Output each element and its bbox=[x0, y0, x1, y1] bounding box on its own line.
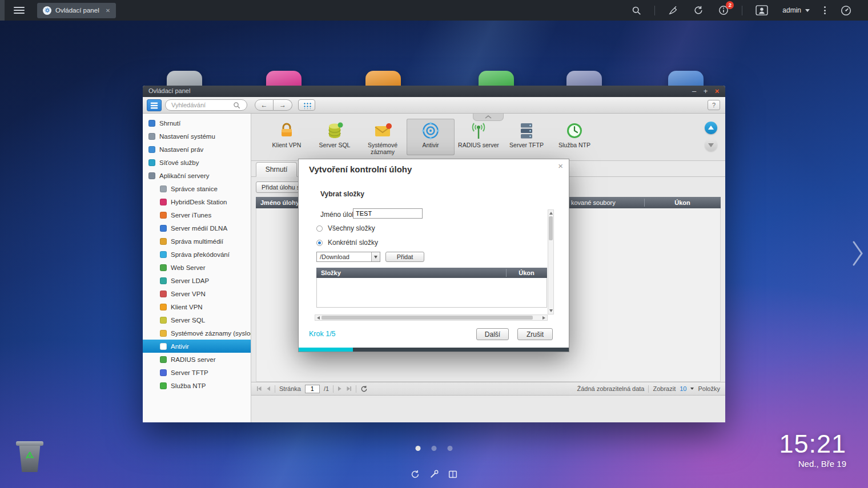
app-shortcut-server-tftp[interactable]: Server TFTP bbox=[503, 119, 550, 155]
next-desktop-chevron[interactable] bbox=[851, 239, 865, 271]
desktop-page-dot[interactable] bbox=[416, 446, 421, 451]
main-menu-button[interactable] bbox=[14, 7, 25, 14]
sidebar-item-spr-va-p-ek-dov-n[interactable]: Správa překódování bbox=[143, 248, 251, 261]
pagination-bar: Stránka /1 Žádná zobrazitelná data Zobra… bbox=[251, 382, 725, 396]
sidebar-item-label: Web Server bbox=[171, 264, 206, 271]
app-shortcut-slu-ba-ntp[interactable]: Služba NTP bbox=[550, 119, 598, 155]
sidebar-item-server-ldap[interactable]: Server LDAP bbox=[143, 274, 251, 287]
strip-scroll-down-button[interactable] bbox=[705, 139, 717, 151]
forward-button[interactable]: → bbox=[274, 99, 292, 111]
window-titlebar[interactable]: Ovládací panel – + × bbox=[143, 86, 725, 97]
recycle-bin[interactable] bbox=[14, 438, 47, 476]
sidebar-item-server-m-di-dlna[interactable]: Server médií DLNA bbox=[143, 221, 251, 235]
strip-scroll-up-button[interactable] bbox=[705, 122, 717, 134]
chevron-down-icon[interactable] bbox=[690, 388, 694, 390]
create-scan-task-dialog: × Vytvoření kontrolní úlohy Vybrat složk… bbox=[298, 159, 569, 352]
desktop-page-dot[interactable] bbox=[432, 446, 437, 451]
sidebar-item-spr-va-multim-di[interactable]: Správa multimédií bbox=[143, 235, 251, 248]
scroll-right-icon[interactable] bbox=[542, 316, 545, 320]
tab-control-panel[interactable]: Ovládací panel ✕ bbox=[37, 3, 116, 18]
scroll-up-icon[interactable] bbox=[549, 212, 553, 215]
tab-summary[interactable]: Shrnutí bbox=[256, 162, 297, 177]
minimize-icon[interactable]: – bbox=[690, 86, 698, 96]
view-mode-button[interactable] bbox=[298, 99, 315, 111]
next-page-button[interactable] bbox=[337, 386, 342, 392]
recycle-shortcut-icon[interactable] bbox=[410, 469, 420, 482]
page-number-input[interactable] bbox=[305, 385, 320, 393]
prev-page-button[interactable] bbox=[266, 386, 271, 392]
app-shortcut-radius-server[interactable]: RADIUS server bbox=[455, 119, 503, 155]
first-page-button[interactable] bbox=[256, 386, 262, 392]
sidebar-item-klient-vpn[interactable]: Klient VPN bbox=[143, 300, 251, 313]
help-button[interactable]: ? bbox=[708, 100, 720, 110]
desktop-page-dots bbox=[416, 446, 453, 451]
collapse-strip-button[interactable] bbox=[473, 114, 504, 121]
manual-shortcut-icon[interactable] bbox=[448, 469, 458, 482]
sidebar-item-label: Nastavení systému bbox=[159, 133, 215, 140]
sidebar-item-server-tftp[interactable]: Server TFTP bbox=[143, 366, 251, 379]
scroll-left-icon[interactable] bbox=[317, 316, 320, 320]
dialog-vertical-scrollbar[interactable] bbox=[548, 209, 554, 314]
more-options-icon[interactable] bbox=[824, 6, 826, 14]
search-icon[interactable] bbox=[632, 6, 641, 15]
search-input[interactable] bbox=[171, 102, 233, 108]
app-shortcut-klient-vpn[interactable]: Klient VPN bbox=[263, 119, 311, 155]
page-size-select[interactable]: 10 bbox=[680, 385, 686, 392]
sidebar-item-spr-vce-stanice[interactable]: Správce stanice bbox=[143, 182, 251, 195]
tab-close-icon[interactable]: ✕ bbox=[106, 7, 110, 14]
sidebar-item-label: Shrnutí bbox=[159, 120, 180, 127]
sidebar-item-server-itunes[interactable]: Server iTunes bbox=[143, 208, 251, 221]
clock-date: Ned., Bře 19 bbox=[779, 459, 846, 469]
background-tasks-icon[interactable] bbox=[668, 5, 678, 15]
radio-checked-icon bbox=[316, 240, 323, 246]
maximize-icon[interactable]: + bbox=[702, 86, 709, 96]
sidebar-item-web-server[interactable]: Web Server bbox=[143, 261, 251, 274]
user-menu[interactable]: admin bbox=[782, 6, 810, 14]
desktop-page-dot[interactable] bbox=[448, 446, 453, 451]
column-task-name: Jméno úlohy bbox=[260, 199, 299, 206]
scrollbar-thumb[interactable] bbox=[549, 216, 553, 240]
sidebar-item-syst-mov-z-znamy-syslog[interactable]: Systémové záznamy (syslog... bbox=[143, 326, 251, 340]
sidebar-item-nastaven-pr-v[interactable]: Nastavení práv bbox=[143, 143, 251, 156]
sidebar-item-antivir[interactable]: Antivir bbox=[143, 340, 251, 353]
page-total: /1 bbox=[324, 385, 329, 392]
close-icon[interactable]: × bbox=[713, 86, 721, 96]
add-folder-button[interactable]: Přidat bbox=[385, 252, 424, 262]
control-panel-app-button[interactable] bbox=[147, 99, 162, 111]
notifications-icon[interactable]: 2 bbox=[718, 5, 729, 15]
window-search-box[interactable] bbox=[165, 99, 247, 111]
app-strip: Klient VPNServer SQLSystémové záznamyAnt… bbox=[251, 114, 725, 161]
scroll-down-icon[interactable] bbox=[549, 309, 553, 312]
dialog-horizontal-scrollbar[interactable] bbox=[315, 314, 548, 321]
external-device-icon[interactable] bbox=[693, 5, 704, 15]
scrollbar-thumb[interactable] bbox=[322, 316, 533, 320]
sidebar-item-aplika-n-servery[interactable]: Aplikační servery bbox=[143, 169, 251, 182]
user-account-icon[interactable] bbox=[756, 5, 768, 15]
sidebar-item-label: Nastavení práv bbox=[159, 146, 203, 153]
app-shortcut-server-sql[interactable]: Server SQL bbox=[311, 119, 359, 155]
dialog-close-icon[interactable]: × bbox=[558, 161, 563, 171]
dashboard-icon[interactable] bbox=[841, 5, 851, 16]
task-name-input[interactable] bbox=[353, 208, 423, 219]
sidebar-item-server-sql[interactable]: Server SQL bbox=[143, 313, 251, 326]
last-page-button[interactable] bbox=[346, 386, 352, 392]
tools-shortcut-icon[interactable] bbox=[429, 469, 439, 482]
items-label: Položky bbox=[698, 385, 720, 392]
sidebar-item-server-vpn[interactable]: Server VPN bbox=[143, 287, 251, 300]
app-shortcut-syst-mov-z-znamy[interactable]: Systémové záznamy bbox=[359, 119, 407, 155]
back-button[interactable]: ← bbox=[255, 99, 274, 111]
sidebar-item-nastaven-syst-mu[interactable]: Nastavení systému bbox=[143, 130, 251, 143]
sidebar-item-label: Služba NTP bbox=[171, 382, 206, 389]
sidebar-item-hybriddesk-station[interactable]: HybridDesk Station bbox=[143, 195, 251, 208]
app-shortcut-antivir[interactable]: Antivir bbox=[407, 119, 455, 155]
sidebar-item-slu-ba-ntp[interactable]: Služba NTP bbox=[143, 379, 251, 392]
folder-select[interactable]: /Download bbox=[316, 252, 380, 262]
refresh-icon[interactable] bbox=[360, 385, 368, 393]
cancel-button[interactable]: Zrušit bbox=[517, 328, 553, 340]
next-button[interactable]: Další bbox=[476, 328, 509, 340]
radio-all-folders[interactable]: Všechny složky bbox=[316, 224, 375, 232]
sidebar-item-radius-server[interactable]: RADIUS server bbox=[143, 353, 251, 366]
sidebar-item-s-ov-slu-by[interactable]: Síťové služby bbox=[143, 156, 251, 169]
sidebar-item-shrnut[interactable]: Shrnutí bbox=[143, 116, 251, 130]
radio-specific-folders[interactable]: Konkrétní složky bbox=[316, 239, 378, 247]
